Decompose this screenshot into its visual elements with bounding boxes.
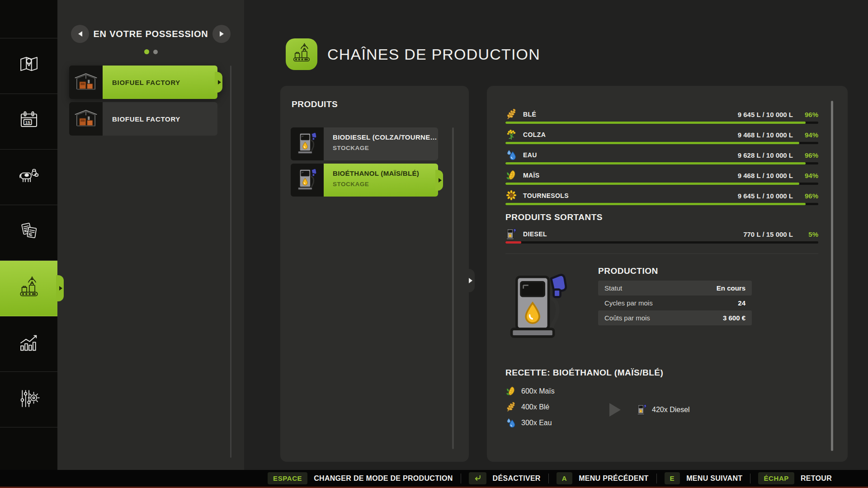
factory-icon <box>72 67 100 97</box>
enter-key-icon[interactable] <box>469 472 486 484</box>
resource-name: MAÏS <box>523 172 540 179</box>
stat-value: 3 600 € <box>723 314 745 322</box>
scrollbar[interactable] <box>452 127 454 449</box>
water-icon <box>505 418 516 428</box>
hint-label: RETOUR <box>801 474 832 483</box>
hint-deactivate[interactable]: DÉSACTIVER <box>469 472 541 484</box>
product-item[interactable]: BIOÉTHANOL (MAÏS/BLÉ) STOCKAGE <box>291 164 438 197</box>
calendar-icon: 15 <box>17 109 41 134</box>
resource-bar <box>505 203 818 205</box>
hint-change-production-mode[interactable]: ESPACE CHANGER DE MODE DE PRODUCTION <box>268 472 453 484</box>
expand-panel-arrow[interactable] <box>463 269 475 292</box>
product-name: BIODIESEL (COLZA/TOURNE… <box>333 133 434 141</box>
product-subtitle: STOCKAGE <box>333 145 434 151</box>
recipe-input-label: 300x Eau <box>521 419 552 427</box>
factory-name: BIOFUEL FACTORY <box>103 102 217 136</box>
resource-row: BLÉ 9 645 L / 10 000 L 96% <box>505 108 818 120</box>
factory-name: BIOFUEL FACTORY <box>103 66 217 99</box>
resource-amount: 9 468 L / 10 000 L <box>738 172 793 179</box>
production-chains-icon <box>286 38 317 70</box>
production-stat-row: Cycles par mois 24 <box>598 296 752 310</box>
page-header: CHAÎNES DE PRODUCTION <box>286 38 540 70</box>
hint-label: CHANGER DE MODE DE PRODUCTION <box>314 474 453 483</box>
recipe-arrow-icon <box>609 403 621 417</box>
owned-panel-title: EN VOTRE POSSESSION <box>93 29 208 39</box>
resource-bar <box>505 142 818 144</box>
selected-arrow-icon <box>215 72 222 93</box>
output-name: DIESEL <box>523 230 547 238</box>
carousel-prev-button[interactable] <box>71 25 89 43</box>
factory-item[interactable]: BIOFUEL FACTORY <box>69 66 217 99</box>
contracts-icon <box>17 220 41 245</box>
recipe-output-label: 420x Diesel <box>652 406 690 414</box>
key-badge-a[interactable]: A <box>557 472 572 484</box>
statistics-icon <box>17 331 41 357</box>
sidebar-item-map[interactable] <box>0 38 57 94</box>
page-dot-2[interactable] <box>153 50 158 54</box>
sidebar-item-contracts[interactable] <box>0 205 57 261</box>
bar-fill <box>505 241 521 244</box>
resource-percent: 96% <box>793 151 818 159</box>
page-dot-1[interactable] <box>144 49 149 54</box>
resource-row: EAU 9 628 L / 10 000 L 96% <box>505 149 818 161</box>
bar-fill <box>505 142 799 144</box>
resource-bar <box>505 183 818 185</box>
sunflower-icon <box>505 190 517 202</box>
sidebar-item-calendar[interactable]: 15 <box>0 94 57 150</box>
resource-row: TOURNESOLS 9 645 L / 10 000 L 96% <box>505 190 818 202</box>
enter-key-icon <box>473 474 482 483</box>
settings-icon <box>17 387 41 412</box>
resource-name: COLZA <box>523 131 546 138</box>
outputs-title: PRODUITS SORTANTS <box>505 212 818 222</box>
stat-value: En cours <box>717 284 745 292</box>
factory-icon <box>72 104 100 134</box>
svg-text:15: 15 <box>25 120 30 125</box>
hint-label: DÉSACTIVER <box>493 474 541 483</box>
resource-name: EAU <box>523 151 537 159</box>
key-badge-e[interactable]: E <box>665 472 680 484</box>
product-thumbnail <box>291 127 324 160</box>
recipe-input-row: 300x Eau <box>505 418 609 428</box>
recipe-input-label: 400x Blé <box>521 403 549 411</box>
products-panel: PRODUITS BIODIESEL (COLZA/TOURNE… STOCKA… <box>280 86 469 462</box>
factory-thumbnail <box>69 66 103 99</box>
product-item[interactable]: BIODIESEL (COLZA/TOURNE… STOCKAGE <box>291 127 438 160</box>
fuel-pump-icon <box>297 168 318 192</box>
details-panel: BLÉ 9 645 L / 10 000 L 96% COLZA 9 468 L… <box>487 86 848 462</box>
carousel-page-dots <box>57 49 244 54</box>
key-badge-espace[interactable]: ESPACE <box>268 472 307 484</box>
corn-icon <box>505 169 517 181</box>
recipe-input-label: 600x Maïs <box>521 387 555 395</box>
stat-value: 24 <box>738 299 745 307</box>
hint-previous-menu[interactable]: A MENU PRÉCÉDENT <box>557 472 649 484</box>
bar-fill <box>505 183 799 185</box>
carousel-next-button[interactable] <box>212 25 231 43</box>
bar-fill <box>505 122 806 124</box>
map-icon <box>17 53 41 79</box>
sidebar-item-statistics[interactable] <box>0 316 57 372</box>
sidebar-item-settings[interactable] <box>0 372 57 427</box>
fuel-pump-icon <box>297 131 318 156</box>
factory-list: BIOFUEL FACTORY BIOFUEL FACTORY <box>69 66 217 136</box>
recipe-input-row: 400x Blé <box>505 402 609 413</box>
bar-fill <box>505 203 806 205</box>
sidebar-item-production[interactable] <box>0 261 57 316</box>
product-subtitle: STOCKAGE <box>333 181 434 188</box>
resource-amount: 9 628 L / 10 000 L <box>738 151 793 159</box>
factory-item[interactable]: BIOFUEL FACTORY <box>69 102 217 136</box>
resource-bar <box>505 122 818 124</box>
resource-percent: 94% <box>793 131 818 139</box>
scrollbar[interactable] <box>230 66 231 458</box>
hint-back[interactable]: ÉCHAP RETOUR <box>758 472 832 484</box>
key-badge-escape[interactable]: ÉCHAP <box>758 472 794 484</box>
resource-percent: 96% <box>793 192 818 200</box>
production-stat-row: Coûts par mois 3 600 € <box>598 310 752 325</box>
divider <box>505 253 818 254</box>
divider <box>750 474 750 483</box>
hint-next-menu[interactable]: E MENU SUIVANT <box>665 472 743 484</box>
resource-percent: 94% <box>793 172 818 179</box>
divider <box>656 474 657 483</box>
scrollbar[interactable] <box>831 101 833 451</box>
output-percent: 5% <box>793 230 818 238</box>
sidebar-item-animals[interactable] <box>0 150 57 205</box>
